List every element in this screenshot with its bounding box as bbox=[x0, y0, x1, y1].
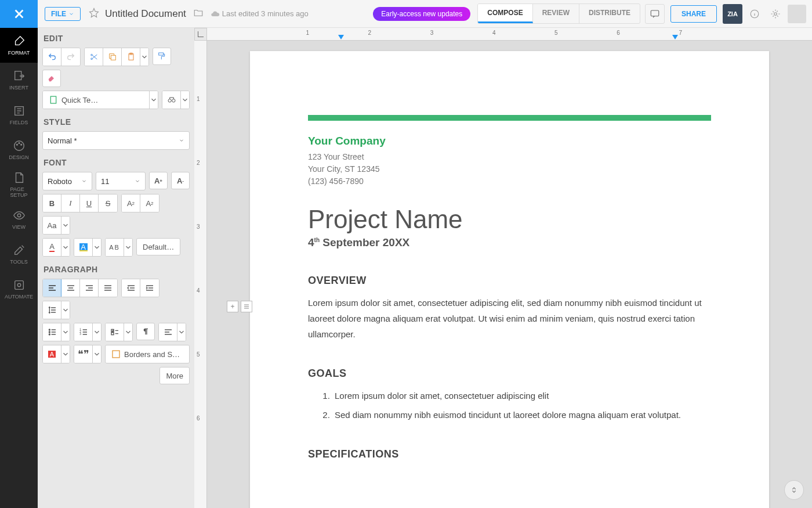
char-spacing-button[interactable]: AB bbox=[106, 239, 124, 256]
rail-tools[interactable]: TOOLS bbox=[0, 237, 38, 272]
ruler-corner[interactable] bbox=[194, 28, 207, 41]
strikethrough-button[interactable]: S bbox=[99, 194, 117, 212]
rail-design[interactable]: DESIGN bbox=[0, 132, 38, 167]
align-right-button[interactable] bbox=[80, 279, 99, 297]
tab-distribute[interactable]: DISTRIBUTE bbox=[579, 4, 640, 23]
format-painter-button[interactable] bbox=[153, 48, 171, 65]
quick-text-dropdown[interactable] bbox=[150, 91, 158, 109]
style-select[interactable]: Normal * bbox=[42, 131, 190, 150]
shading-button[interactable]: A bbox=[43, 345, 61, 363]
goal-item[interactable]: Sed diam nonummy nibh euismod tincidunt … bbox=[332, 407, 711, 423]
number-list-dropdown[interactable] bbox=[93, 323, 101, 341]
project-title[interactable]: Project Name bbox=[308, 205, 711, 234]
checklist-button[interactable] bbox=[106, 323, 124, 341]
tab-review[interactable]: REVIEW bbox=[533, 4, 579, 23]
ruler-left-margin-marker[interactable] bbox=[338, 35, 344, 39]
horizontal-ruler[interactable]: 1 2 3 4 5 6 7 bbox=[207, 28, 812, 41]
highlight-color-dropdown[interactable] bbox=[93, 239, 101, 256]
specifications-heading[interactable]: SPECIFICATIONS bbox=[308, 448, 711, 460]
scroll-control-button[interactable] bbox=[784, 480, 804, 500]
copy-button[interactable] bbox=[103, 48, 122, 66]
checklist-dropdown[interactable] bbox=[124, 323, 132, 341]
cut-button[interactable] bbox=[85, 48, 103, 66]
outline-button[interactable] bbox=[241, 301, 252, 312]
zia-assistant-button[interactable]: ZIA bbox=[723, 4, 742, 24]
rail-view[interactable]: VIEW bbox=[0, 202, 38, 237]
info-button[interactable] bbox=[746, 5, 763, 23]
align-justify-button[interactable] bbox=[99, 279, 117, 297]
line-spacing-dropdown[interactable] bbox=[61, 301, 70, 319]
align-center-button[interactable] bbox=[61, 279, 80, 297]
comments-button[interactable] bbox=[645, 4, 665, 24]
rail-fields[interactable]: FIELDS bbox=[0, 98, 38, 132]
rail-automate[interactable]: AUTOMATE bbox=[0, 272, 38, 307]
subscript-button[interactable]: A2 bbox=[140, 194, 159, 212]
add-section-button[interactable]: + bbox=[227, 301, 238, 312]
text-direction-dropdown[interactable] bbox=[177, 323, 186, 341]
align-left-button[interactable] bbox=[43, 279, 61, 297]
find-replace-button[interactable] bbox=[162, 91, 181, 109]
settings-button[interactable] bbox=[767, 5, 784, 23]
quote-button[interactable]: ❝❞ bbox=[74, 345, 93, 363]
underline-button[interactable]: U bbox=[80, 194, 99, 212]
overview-heading[interactable]: OVERVIEW bbox=[308, 275, 711, 287]
indent-increase-button[interactable] bbox=[140, 279, 159, 297]
number-list-button[interactable]: 123 bbox=[74, 323, 93, 341]
address-line-2[interactable]: Your City, ST 12345 bbox=[308, 163, 711, 175]
company-name[interactable]: Your Company bbox=[308, 135, 711, 147]
rail-page-setup[interactable]: PAGESETUP bbox=[0, 167, 38, 202]
more-button[interactable]: More bbox=[160, 367, 190, 384]
highlight-color-button[interactable]: A bbox=[74, 239, 93, 256]
bold-button[interactable]: B bbox=[43, 194, 61, 212]
shading-dropdown[interactable] bbox=[61, 345, 70, 363]
overview-body[interactable]: Lorem ipsum dolor sit amet, consectetuer… bbox=[308, 295, 711, 342]
italic-button[interactable]: I bbox=[61, 194, 80, 212]
redo-button[interactable] bbox=[61, 48, 80, 66]
increase-font-button[interactable]: A+ bbox=[149, 172, 168, 189]
rail-format[interactable]: FORMAT bbox=[0, 28, 38, 63]
paragraph-direction-button[interactable] bbox=[136, 323, 155, 340]
find-dropdown[interactable] bbox=[181, 91, 189, 109]
quote-dropdown[interactable] bbox=[93, 345, 101, 363]
borders-shading-button[interactable]: Borders and S… bbox=[106, 345, 189, 363]
char-spacing-dropdown[interactable] bbox=[124, 239, 132, 256]
address-line-1[interactable]: 123 Your Street bbox=[308, 151, 711, 163]
bullet-list-dropdown[interactable] bbox=[61, 323, 70, 341]
superscript-button[interactable]: A2 bbox=[122, 194, 140, 212]
share-button[interactable]: SHARE bbox=[670, 5, 717, 23]
goals-list[interactable]: Lorem ipsum dolor sit amet, consectetuer… bbox=[308, 388, 711, 423]
undo-button[interactable] bbox=[43, 48, 61, 66]
paste-dropdown[interactable] bbox=[140, 48, 148, 66]
quick-text-button[interactable]: Quick Te… bbox=[43, 91, 150, 109]
change-case-dropdown[interactable] bbox=[61, 217, 70, 234]
app-logo[interactable] bbox=[0, 0, 38, 28]
goals-heading[interactable]: GOALS bbox=[308, 368, 711, 380]
page[interactable]: + Your Company 123 Your Street Your City… bbox=[250, 51, 769, 508]
folder-button[interactable] bbox=[193, 8, 204, 20]
paste-button[interactable] bbox=[122, 48, 140, 66]
rail-insert[interactable]: INSERT bbox=[0, 63, 38, 98]
default-font-button[interactable]: Default… bbox=[136, 238, 180, 255]
document-title[interactable]: Untitled Document bbox=[105, 8, 186, 20]
decrease-font-button[interactable]: A- bbox=[171, 172, 190, 189]
goal-item[interactable]: Lorem ipsum dolor sit amet, consectetuer… bbox=[332, 388, 711, 403]
change-case-button[interactable]: Aa bbox=[43, 217, 61, 234]
project-date[interactable]: 4th September 20XX bbox=[308, 236, 711, 249]
font-family-select[interactable]: Roboto bbox=[42, 172, 92, 190]
font-size-select[interactable]: 11 bbox=[96, 172, 146, 190]
font-color-button[interactable]: A bbox=[43, 239, 61, 256]
favorite-star-button[interactable] bbox=[89, 8, 99, 20]
user-avatar[interactable] bbox=[788, 5, 806, 23]
tab-compose[interactable]: COMPOSE bbox=[478, 4, 532, 23]
indent-decrease-button[interactable] bbox=[122, 279, 140, 297]
clear-formatting-button[interactable] bbox=[42, 70, 61, 87]
line-spacing-button[interactable] bbox=[43, 301, 61, 319]
vertical-ruler[interactable]: 1 2 3 4 5 6 bbox=[194, 41, 207, 508]
file-menu-button[interactable]: FILE bbox=[45, 7, 81, 21]
document-canvas[interactable]: + Your Company 123 Your Street Your City… bbox=[194, 28, 812, 508]
ruler-right-margin-marker[interactable] bbox=[672, 35, 678, 39]
bullet-list-button[interactable] bbox=[43, 323, 61, 341]
text-direction-button[interactable] bbox=[159, 323, 177, 341]
phone-number[interactable]: (123) 456-7890 bbox=[308, 175, 711, 188]
font-color-dropdown[interactable] bbox=[61, 239, 70, 256]
